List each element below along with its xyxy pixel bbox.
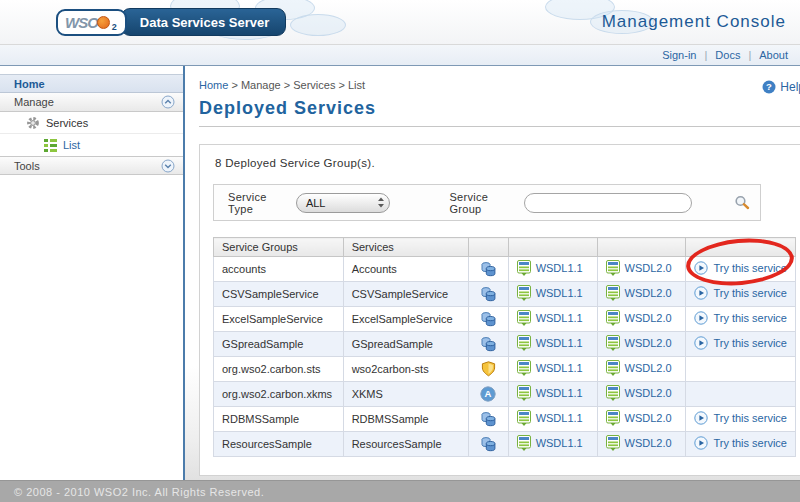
table-row: CSVSampleService CSVSampleService	[214, 282, 796, 307]
signin-link[interactable]: Sign-in	[662, 49, 696, 61]
wsdl11-link[interactable]: WSDL1.1	[517, 335, 583, 351]
wsdl11-link[interactable]: WSDL1.1	[517, 310, 583, 326]
try-service-label: Try this service	[713, 412, 787, 424]
service-group-input[interactable]	[524, 193, 692, 213]
col-wsdl11	[508, 238, 597, 257]
sidebar-section-tools[interactable]: Tools	[0, 156, 183, 175]
service-group-cell: CSVSampleService	[214, 282, 344, 307]
help-link[interactable]: ? Help	[762, 80, 800, 94]
try-service-link[interactable]: Try this service	[694, 286, 787, 300]
wsdl20-link[interactable]: WSDL2.0	[606, 260, 672, 276]
try-service-link[interactable]: Try this service	[694, 336, 787, 350]
filter-bar: Service Type ALL Service Group	[213, 184, 761, 221]
wsdl20-label: WSDL2.0	[625, 262, 672, 274]
docs-link[interactable]: Docs	[715, 49, 740, 61]
play-circle-icon	[694, 336, 708, 350]
sidebar-list-label: List	[63, 139, 80, 151]
wsdl-document-icon	[517, 285, 531, 301]
col-type	[468, 238, 508, 257]
about-link[interactable]: About	[759, 49, 788, 61]
breadcrumb: Home > Manage > Services > List	[199, 66, 800, 91]
wsdl-document-icon	[606, 310, 620, 326]
wsdl-document-icon	[517, 360, 531, 376]
sidebar-item-services[interactable]: Services	[0, 112, 183, 134]
wsdl20-link[interactable]: WSDL2.0	[606, 435, 672, 451]
wsdl20-label: WSDL2.0	[625, 312, 672, 324]
wsdl20-link[interactable]: WSDL2.0	[606, 410, 672, 426]
sidebar-section-manage[interactable]: Manage	[0, 93, 183, 112]
try-service-link[interactable]: Try this service	[694, 436, 787, 450]
col-wsdl20	[597, 238, 686, 257]
try-service-label: Try this service	[713, 287, 787, 299]
wsdl11-link[interactable]: WSDL1.1	[517, 410, 583, 426]
table-row: org.wso2.carbon.xkms XKMS A	[214, 382, 796, 407]
wsdl-document-icon	[517, 310, 531, 326]
service-name-cell: XKMS	[343, 382, 468, 407]
wsdl11-link[interactable]: WSDL1.1	[517, 435, 583, 451]
wsdl20-link[interactable]: WSDL2.0	[606, 335, 672, 351]
breadcrumb-home-link[interactable]: Home	[199, 79, 228, 91]
play-circle-icon	[694, 261, 708, 275]
service-group-cell: GSpreadSample	[214, 332, 344, 357]
svg-text:?: ?	[766, 81, 772, 92]
wsdl20-link[interactable]: WSDL2.0	[606, 360, 672, 376]
search-button[interactable]	[734, 195, 750, 210]
wsdl-document-icon	[606, 385, 620, 401]
logo-subscript: 2	[112, 22, 117, 32]
service-name-cell: ExcelSampleService	[343, 307, 468, 332]
wsdl20-link[interactable]: WSDL2.0	[606, 385, 672, 401]
service-name-cell: Accounts	[343, 257, 468, 282]
wsdl-document-icon	[606, 435, 620, 451]
footer: © 2008 - 2010 WSO2 Inc. All Rights Reser…	[0, 480, 800, 502]
wso2-logo: WSO 2 Data Services Server	[56, 8, 286, 36]
wsdl11-label: WSDL1.1	[536, 362, 583, 374]
chevron-down-circle-icon[interactable]	[161, 159, 175, 173]
data-service-icon	[480, 436, 497, 452]
utility-links-bar: Sign-in | Docs | About	[0, 44, 800, 66]
console-title: Management Console	[602, 12, 786, 32]
wsdl11-link[interactable]: WSDL1.1	[517, 285, 583, 301]
col-services: Services	[343, 238, 468, 257]
service-type-label: Service Type	[228, 191, 288, 215]
service-group-cell: RDBMSSample	[214, 407, 344, 432]
service-group-cell: org.wso2.carbon.sts	[214, 357, 344, 382]
wsdl-document-icon	[606, 335, 620, 351]
wsdl11-label: WSDL1.1	[536, 387, 583, 399]
svg-text:A: A	[485, 388, 492, 399]
service-group-cell: ExcelSampleService	[214, 307, 344, 332]
content-pane: Home > Manage > Services > List ? Help D…	[185, 66, 800, 480]
wsdl11-label: WSDL1.1	[536, 412, 583, 424]
col-service-groups: Service Groups	[214, 238, 344, 257]
wsdl20-link[interactable]: WSDL2.0	[606, 285, 672, 301]
try-service-label: Try this service	[713, 437, 787, 449]
list-icon	[44, 139, 57, 152]
content-box: 8 Deployed Service Group(s). Service Typ…	[199, 144, 800, 476]
decorative-cylinder	[290, 14, 346, 36]
sidebar-item-home[interactable]: Home	[0, 74, 183, 93]
service-name-cell: CSVSampleService	[343, 282, 468, 307]
breadcrumb-services: Services	[293, 79, 335, 91]
try-service-label: Try this service	[713, 337, 787, 349]
wsdl11-label: WSDL1.1	[536, 287, 583, 299]
wsdl11-link[interactable]: WSDL1.1	[517, 360, 583, 376]
product-name: Data Services Server	[121, 8, 286, 36]
top-banner: WSO 2 Data Services Server Management Co…	[0, 0, 800, 44]
wsdl20-link[interactable]: WSDL2.0	[606, 310, 672, 326]
sidebar-item-list[interactable]: List	[0, 134, 183, 156]
wsdl11-link[interactable]: WSDL1.1	[517, 385, 583, 401]
help-icon: ?	[762, 80, 776, 94]
search-icon	[734, 195, 750, 210]
try-service-link[interactable]: Try this service	[694, 261, 787, 275]
service-type-select[interactable]: ALL	[296, 193, 391, 213]
play-circle-icon	[694, 411, 708, 425]
service-group-cell: org.wso2.carbon.xkms	[214, 382, 344, 407]
breadcrumb-list: List	[348, 79, 365, 91]
service-name-cell: ResourcesSample	[343, 432, 468, 457]
chevron-up-circle-icon[interactable]	[161, 95, 175, 109]
table-row: ExcelSampleService ExcelSampleService	[214, 307, 796, 332]
sidebar-tools-label: Tools	[14, 160, 40, 172]
wsdl11-link[interactable]: WSDL1.1	[517, 260, 583, 276]
wsdl20-label: WSDL2.0	[625, 337, 672, 349]
try-service-link[interactable]: Try this service	[694, 311, 787, 325]
try-service-link[interactable]: Try this service	[694, 411, 787, 425]
